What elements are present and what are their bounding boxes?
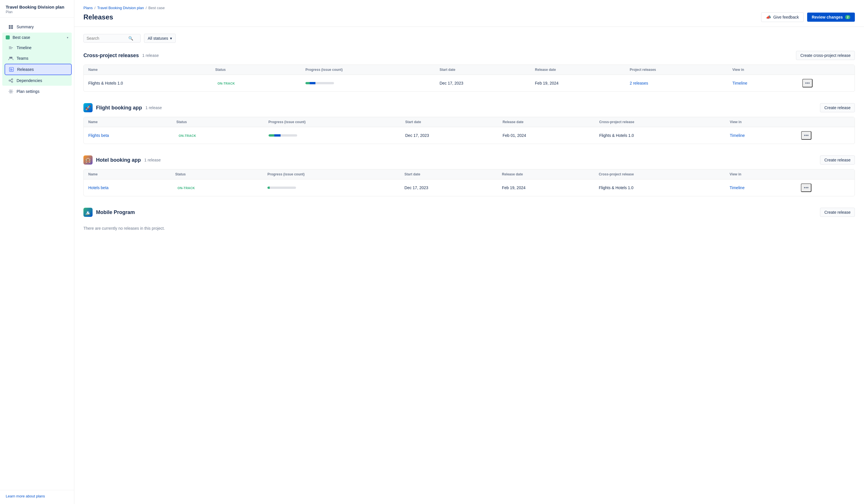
- breadcrumb-plan-name[interactable]: Travel Booking Division plan: [97, 6, 144, 10]
- col-start-date: Start date: [435, 65, 530, 75]
- give-feedback-label: Give feedback: [773, 15, 799, 20]
- col-start-date: Start date: [400, 117, 498, 127]
- svg-rect-2: [9, 27, 11, 29]
- sidebar-header: Travel Booking Division plan Plan: [0, 0, 74, 18]
- more-actions-button[interactable]: •••: [802, 79, 813, 87]
- search-icon: 🔍: [128, 36, 133, 40]
- create-cross-project-release-button[interactable]: Create cross-project release: [796, 51, 855, 60]
- sidebar-item-releases[interactable]: Releases: [4, 64, 72, 75]
- mobile-program-title: Mobile Program: [96, 209, 135, 215]
- hotel-title-row: 🏨 Hotel booking app 1 release: [83, 155, 161, 165]
- svg-rect-0: [9, 25, 11, 27]
- breadcrumb-current: Best case: [148, 6, 165, 10]
- more-actions-button[interactable]: •••: [801, 131, 812, 140]
- svg-rect-3: [11, 27, 13, 29]
- project-releases-cell: 2 releases: [625, 75, 728, 92]
- sidebar: Travel Booking Division plan Plan Summar…: [0, 0, 74, 504]
- release-name-cell: Hotels beta: [84, 179, 171, 196]
- status-filter-dropdown[interactable]: All statuses ▾: [144, 34, 176, 43]
- page-title: Releases: [83, 13, 113, 21]
- view-in-link[interactable]: Timeline: [730, 185, 745, 190]
- table-row: Flights & Hotels 1.0 ON-TRACK: [84, 75, 854, 92]
- progress-bar: [305, 82, 340, 84]
- sidebar-item-teams[interactable]: Teams: [4, 53, 72, 63]
- review-changes-badge: 2: [845, 15, 850, 19]
- more-actions-button[interactable]: •••: [801, 183, 812, 192]
- start-date-cell: Dec 17, 2023: [400, 179, 497, 196]
- progress-bar-track: [268, 134, 297, 136]
- release-name-cell: Flights beta: [84, 127, 172, 144]
- more-actions-cell: •••: [796, 179, 854, 196]
- flights-beta-link[interactable]: Flights beta: [88, 133, 109, 138]
- sidebar-title: Travel Booking Division plan: [6, 4, 68, 10]
- main-header: Plans / Travel Booking Division plan / B…: [74, 0, 864, 27]
- hotel-app-icon: 🏨: [83, 155, 93, 165]
- all-statuses-label: All statuses: [148, 36, 168, 40]
- cross-project-header: Cross-project releases 1 release Create …: [83, 51, 855, 60]
- mobile-program-header: 🏔️ Mobile Program Create release: [83, 208, 855, 217]
- sidebar-item-best-case[interactable]: Best case ▾: [2, 33, 72, 42]
- cross-project-section: Cross-project releases 1 release Create …: [83, 51, 855, 92]
- hotels-beta-link[interactable]: Hotels beta: [88, 185, 109, 190]
- sidebar-footer: Learn more about plans: [0, 490, 74, 504]
- col-name: Name: [84, 65, 211, 75]
- table-row: Hotels beta ON-TRACK: [84, 179, 854, 196]
- svg-point-5: [11, 57, 12, 58]
- create-flight-release-button[interactable]: Create release: [820, 103, 855, 112]
- settings-icon: [8, 88, 14, 94]
- sidebar-subtitle: Plan: [6, 10, 68, 14]
- cross-project-title-row: Cross-project releases 1 release: [83, 52, 159, 59]
- review-changes-button[interactable]: Review changes 2: [807, 13, 855, 22]
- chevron-down-icon: ▾: [170, 36, 172, 40]
- view-in-link[interactable]: Timeline: [730, 133, 745, 138]
- breadcrumb-sep-1: /: [95, 6, 96, 10]
- cross-project-table: Name Status Progress (issue count) Start…: [84, 65, 854, 92]
- col-progress: Progress (issue count): [263, 169, 400, 179]
- hotel-booking-table-wrapper: Name Status Progress (issue count) Start…: [83, 169, 855, 196]
- project-releases-link[interactable]: 2 releases: [630, 81, 648, 85]
- col-cross-project: Cross-project release: [594, 169, 725, 179]
- give-feedback-button[interactable]: 📣 Give feedback: [761, 12, 804, 22]
- cross-project-table-wrapper: Name Status Progress (issue count) Start…: [83, 64, 855, 92]
- hotel-booking-section: 🏨 Hotel booking app 1 release Create rel…: [83, 155, 855, 196]
- sidebar-item-timeline[interactable]: Timeline: [4, 43, 72, 53]
- svg-point-8: [11, 79, 13, 80]
- hotel-booking-header: 🏨 Hotel booking app 1 release Create rel…: [83, 155, 855, 165]
- mobile-app-icon: 🏔️: [83, 208, 93, 217]
- col-release-date: Release date: [530, 65, 625, 75]
- col-name: Name: [84, 117, 172, 127]
- progress-cell: [264, 127, 401, 144]
- breadcrumb-plans[interactable]: Plans: [83, 6, 93, 10]
- view-in-link[interactable]: Timeline: [732, 81, 747, 85]
- cross-project-cell: Flights & Hotels 1.0: [594, 179, 725, 196]
- table-row: Flights beta ON-TRACK: [84, 127, 854, 144]
- flight-booking-table-wrapper: Name Status Progress (issue count) Start…: [83, 117, 855, 144]
- search-filter-row: 🔍 All statuses ▾: [83, 34, 855, 43]
- sidebar-item-summary[interactable]: Summary: [2, 21, 72, 32]
- sidebar-item-plan-settings[interactable]: Plan settings: [2, 86, 72, 97]
- best-case-icon: [6, 35, 10, 39]
- create-hotel-release-button[interactable]: Create release: [820, 155, 855, 165]
- flight-booking-header: 🚀 Flight booking app 1 release Create re…: [83, 103, 855, 112]
- col-name: Name: [84, 169, 171, 179]
- sidebar-item-dependencies[interactable]: Dependencies: [4, 75, 72, 86]
- sidebar-best-case-section: Best case ▾ Timeline Teams: [2, 33, 72, 86]
- col-start-date: Start date: [400, 169, 497, 179]
- main-content: Plans / Travel Booking Division plan / B…: [74, 0, 864, 504]
- col-view-in: View in: [728, 65, 797, 75]
- col-progress: Progress (issue count): [301, 65, 435, 75]
- more-actions-cell: •••: [798, 75, 854, 92]
- timeline-label: Timeline: [16, 45, 32, 50]
- status-cell: ON-TRACK: [211, 75, 301, 92]
- status-cell: ON-TRACK: [172, 127, 264, 144]
- status-badge: ON-TRACK: [175, 186, 197, 190]
- hotel-booking-title: Hotel booking app: [96, 157, 141, 163]
- create-mobile-release-button[interactable]: Create release: [820, 208, 855, 217]
- flight-title-row: 🚀 Flight booking app 1 release: [83, 103, 162, 112]
- col-status: Status: [211, 65, 301, 75]
- dependencies-label: Dependencies: [16, 78, 42, 83]
- releases-label: Releases: [17, 67, 34, 72]
- search-input[interactable]: [86, 36, 127, 40]
- learn-more-link[interactable]: Learn more about plans: [6, 494, 45, 498]
- release-date-cell: Feb 19, 2024: [530, 75, 625, 92]
